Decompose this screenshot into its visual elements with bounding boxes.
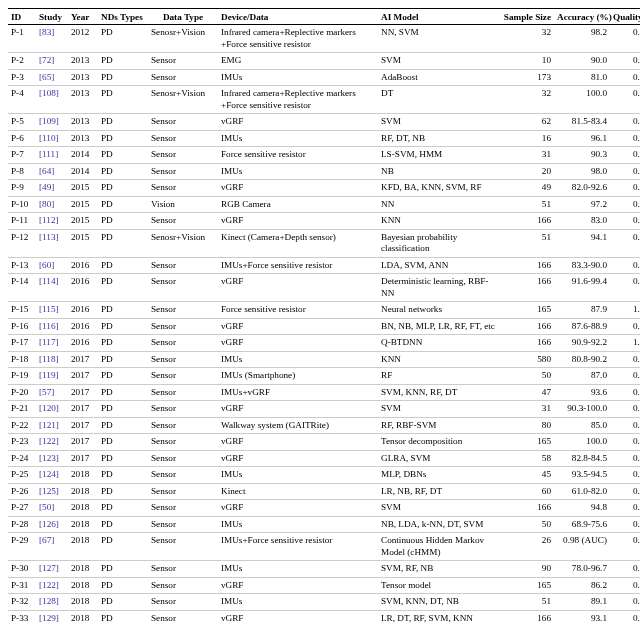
table-row: P-27[50]2018PDSensorvGRFSVM16694.80.56 — [8, 500, 640, 517]
cell-id: P-16 — [8, 318, 36, 335]
cell-dt: Sensor — [148, 69, 218, 86]
cell-id: P-3 — [8, 69, 36, 86]
cell-q: 0.56 — [610, 467, 640, 484]
reference-link[interactable]: [125] — [39, 486, 59, 496]
reference-link[interactable]: [117] — [39, 337, 59, 347]
reference-link[interactable]: [49] — [39, 182, 54, 192]
reference-link[interactable]: [57] — [39, 387, 54, 397]
reference-link[interactable]: [108] — [39, 88, 59, 98]
reference-link[interactable]: [115] — [39, 304, 59, 314]
cell-acc: 61.0-82.0 — [554, 483, 610, 500]
cell-nd: PD — [98, 274, 148, 302]
cell-dt: Vision — [148, 196, 218, 213]
cell-id: P-24 — [8, 450, 36, 467]
reference-link[interactable]: [109] — [39, 116, 59, 126]
cell-dt: Sensor — [148, 147, 218, 164]
cell-nd: PD — [98, 318, 148, 335]
reference-link[interactable]: [72] — [39, 55, 54, 65]
cell-ai: SVM, KNN, RF, DT — [378, 384, 498, 401]
cell-q: 0.44 — [610, 533, 640, 561]
cell-dev: vGRF — [218, 577, 378, 594]
table-row: P-6[110]2013PDSensorIMUsRF, DT, NB1696.1… — [8, 130, 640, 147]
cell-q: 0.67 — [610, 147, 640, 164]
col-ss: Sample Size — [498, 9, 554, 25]
cell-study: [109] — [36, 114, 68, 131]
table-row: P-32[128]2018PDSensorIMUsSVM, KNN, DT, N… — [8, 594, 640, 611]
reference-link[interactable]: [113] — [39, 232, 59, 242]
cell-year: 2017 — [68, 450, 98, 467]
table-row: P-18[118]2017PDSensorIMUsKNN58080.8-90.2… — [8, 351, 640, 368]
reference-link[interactable]: [128] — [39, 596, 59, 606]
reference-link[interactable]: [123] — [39, 453, 59, 463]
cell-q: 0.44 — [610, 417, 640, 434]
table-row: P-10[80]2015PDVisionRGB CameraNN5197.20.… — [8, 196, 640, 213]
cell-study: [124] — [36, 467, 68, 484]
cell-year: 2013 — [68, 53, 98, 70]
cell-dt: Sensor — [148, 368, 218, 385]
cell-acc: 98.0 — [554, 163, 610, 180]
cell-acc: 93.5-94.5 — [554, 467, 610, 484]
reference-link[interactable]: [127] — [39, 563, 59, 573]
cell-study: [72] — [36, 53, 68, 70]
reference-link[interactable]: [64] — [39, 166, 54, 176]
cell-id: P-29 — [8, 533, 36, 561]
reference-link[interactable]: [60] — [39, 260, 54, 270]
reference-link[interactable]: [110] — [39, 133, 59, 143]
table-row: P-13[60]2016PDSensorIMUs+Force sensitive… — [8, 257, 640, 274]
cell-year: 2013 — [68, 86, 98, 114]
reference-link[interactable]: [119] — [39, 370, 59, 380]
cell-acc: 100.0 — [554, 434, 610, 451]
cell-q: 0.45 — [610, 86, 640, 114]
cell-q: 0.56 — [610, 610, 640, 624]
table-row: P-8[64]2014PDSensorIMUsNB2098.00.33 — [8, 163, 640, 180]
cell-dt: Sensor — [148, 533, 218, 561]
cell-ss: 80 — [498, 417, 554, 434]
cell-dt: Sensor — [148, 434, 218, 451]
reference-link[interactable]: [83] — [39, 27, 54, 37]
reference-link[interactable]: [122] — [39, 580, 59, 590]
cell-nd: PD — [98, 180, 148, 197]
cell-id: P-8 — [8, 163, 36, 180]
reference-link[interactable]: [111] — [39, 149, 58, 159]
cell-q: 0.45 — [610, 25, 640, 53]
reference-link[interactable]: [126] — [39, 519, 59, 529]
cell-dev: Kinect (Camera+Depth sensor) — [218, 229, 378, 257]
cell-dev: Force sensitive resistor — [218, 147, 378, 164]
cell-ai: Tensor decomposition — [378, 434, 498, 451]
cell-ai: SVM, KNN, DT, NB — [378, 594, 498, 611]
reference-link[interactable]: [129] — [39, 613, 59, 623]
reference-link[interactable]: [112] — [39, 215, 59, 225]
reference-link[interactable]: [80] — [39, 199, 54, 209]
reference-link[interactable]: [50] — [39, 502, 54, 512]
cell-dt: Senosr+Vision — [148, 25, 218, 53]
reference-link[interactable]: [67] — [39, 535, 54, 545]
cell-acc: 80.8-90.2 — [554, 351, 610, 368]
cell-id: P-13 — [8, 257, 36, 274]
cell-year: 2018 — [68, 483, 98, 500]
cell-nd: PD — [98, 417, 148, 434]
cell-year: 2018 — [68, 467, 98, 484]
cell-ss: 32 — [498, 86, 554, 114]
reference-link[interactable]: [65] — [39, 72, 54, 82]
cell-study: [64] — [36, 163, 68, 180]
cell-acc: 94.1 — [554, 229, 610, 257]
cell-dt: Senosr+Vision — [148, 229, 218, 257]
cell-id: P-28 — [8, 516, 36, 533]
cell-q: 0.56 — [610, 257, 640, 274]
reference-link[interactable]: [114] — [39, 276, 59, 286]
cell-ss: 31 — [498, 147, 554, 164]
cell-acc: 90.3 — [554, 147, 610, 164]
reference-link[interactable]: [120] — [39, 403, 59, 413]
cell-dt: Sensor — [148, 561, 218, 578]
cell-dev: vGRF — [218, 213, 378, 230]
reference-link[interactable]: [118] — [39, 354, 59, 364]
reference-link[interactable]: [124] — [39, 469, 59, 479]
cell-nd: PD — [98, 196, 148, 213]
reference-link[interactable]: [116] — [39, 321, 59, 331]
cell-dt: Sensor — [148, 500, 218, 517]
cell-year: 2018 — [68, 500, 98, 517]
reference-link[interactable]: [121] — [39, 420, 59, 430]
reference-link[interactable]: [122] — [39, 436, 59, 446]
cell-year: 2017 — [68, 351, 98, 368]
cell-year: 2014 — [68, 147, 98, 164]
